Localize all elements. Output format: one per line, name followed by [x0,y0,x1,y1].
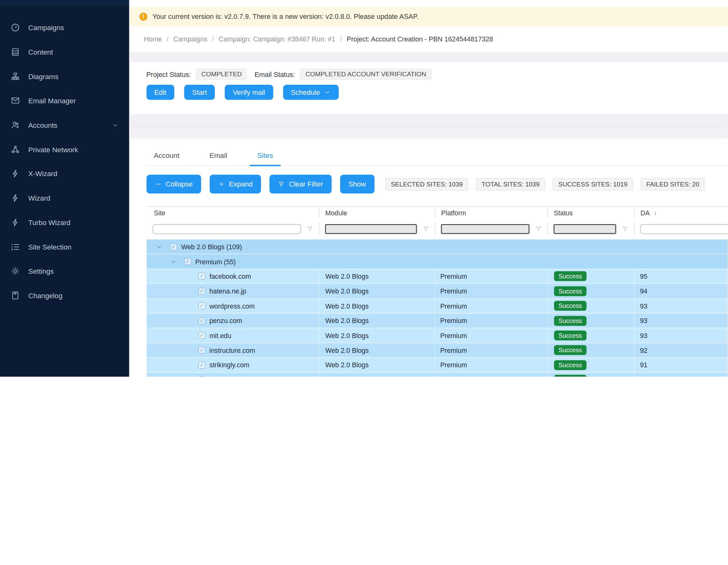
status-filter-select[interactable] [553,224,616,234]
site-row-wordpress-com[interactable]: ✓wordpress.comWeb 2.0 BlogsPremiumSucces… [146,298,728,313]
platform-cell[interactable]: Premium [435,269,547,284]
da-cell[interactable]: 90 [634,372,728,377]
status-cell[interactable]: Success [547,313,634,328]
platform-cell[interactable]: Premium [435,358,547,372]
status-cell[interactable]: Success [547,343,634,357]
site-row-hatena-ne-jp[interactable]: ✓hatena.ne.jpWeb 2.0 BlogsPremiumSuccess… [146,283,728,298]
sidebar-item-private-network[interactable]: Private Network [0,137,129,162]
schedule-button[interactable]: Schedule [283,85,339,100]
platform-cell[interactable]: Premium [435,299,547,313]
site-cell[interactable]: ✓penzu.com [146,313,319,328]
module-value: Web 2.0 Blogs [325,361,369,369]
group-row-web-2-0-blogs-109[interactable]: ✓Web 2.0 Blogs (109) [146,239,728,254]
module-cell[interactable]: Web 2.0 Blogs [319,313,435,328]
group-checkbox[interactable]: ✓ [184,258,191,265]
site-row-instructure-com[interactable]: ✓instructure.comWeb 2.0 BlogsPremiumSucc… [146,343,728,357]
site-cell[interactable]: ✓instructure.com [146,343,319,357]
module-cell[interactable]: Web 2.0 Blogs [319,372,435,377]
da-cell[interactable]: 93 [634,313,728,328]
group-tree-cell: ✓Web 2.0 Blogs (109) [146,240,728,254]
site-row-de-tl[interactable]: ✓de.tlWeb 2.0 BlogsPremiumSuccess90 [146,372,728,377]
site-checkbox[interactable]: ✓ [198,302,205,309]
site-cell[interactable]: ✓hatena.ne.jp [146,284,319,298]
da-cell[interactable]: 91 [634,358,728,372]
site-checkbox[interactable]: ✓ [198,287,205,295]
da-cell[interactable]: 93 [634,299,728,313]
sidebar-item-email-manager[interactable]: Email Manager [0,89,129,113]
breadcrumb-item[interactable]: Campaigns [173,35,207,43]
sidebar-item-settings[interactable]: Settings [0,259,129,283]
site-row-mit-edu[interactable]: ✓mit.eduWeb 2.0 BlogsPremiumSuccess93 [146,328,728,343]
da-filter-input[interactable] [640,224,728,234]
expander-chevron-down-icon[interactable] [170,258,177,265]
group-row-premium-55[interactable]: ✓Premium (55) [146,254,728,269]
verify-mail-button[interactable]: Verify mail [225,85,273,100]
site-checkbox[interactable]: ✓ [198,332,205,339]
start-button[interactable]: Start [184,85,215,100]
site-checkbox[interactable]: ✓ [198,317,205,324]
show-button[interactable]: Show [340,175,374,194]
site-cell[interactable]: ✓facebook.com [146,269,319,284]
da-cell[interactable]: 94 [634,284,728,298]
module-cell[interactable]: Web 2.0 Blogs [319,328,435,343]
site-cell[interactable]: ✓mit.edu [146,328,319,343]
module-cell[interactable]: Web 2.0 Blogs [319,343,435,357]
status-cell[interactable]: Success [547,358,634,372]
sidebar-item-content[interactable]: Content [0,40,129,64]
tab-sites[interactable]: Sites [250,151,280,166]
group-checkbox[interactable]: ✓ [170,243,177,251]
edit-button[interactable]: Edit [146,85,174,100]
clear-filter-button[interactable]: Clear Filter [269,175,331,194]
column-header-status[interactable]: Status [547,207,634,219]
column-header-da[interactable]: DA↓ [634,207,728,219]
platform-cell[interactable]: Premium [435,284,547,298]
site-row-strikingly-com[interactable]: ✓strikingly.comWeb 2.0 BlogsPremiumSucce… [146,357,728,372]
site-cell[interactable]: ✓wordpress.com [146,299,319,313]
tab-email[interactable]: Email [202,151,235,166]
status-cell[interactable]: Success [547,299,634,313]
column-header-site[interactable]: Site [146,207,319,219]
sidebar-item-accounts[interactable]: Accounts [0,113,129,138]
module-cell[interactable]: Web 2.0 Blogs [319,299,435,313]
breadcrumb-item[interactable]: Home [144,35,162,43]
breadcrumb-item[interactable]: Campaign: Campaign: #38467 Run: #1 [219,35,335,43]
site-cell[interactable]: ✓strikingly.com [146,358,319,372]
site-checkbox[interactable]: ✓ [198,361,205,369]
platform-filter-select[interactable] [441,224,529,234]
site-row-penzu-com[interactable]: ✓penzu.comWeb 2.0 BlogsPremiumSuccess93 [146,313,728,328]
column-header-module[interactable]: Module [319,207,435,219]
column-header-platform[interactable]: Platform [435,207,547,219]
site-row-facebook-com[interactable]: ✓facebook.comWeb 2.0 BlogsPremiumSuccess… [146,269,728,283]
collapse-button[interactable]: Collapse [146,175,201,194]
site-checkbox[interactable]: ✓ [198,273,205,280]
module-filter-select[interactable] [325,224,417,234]
tab-account[interactable]: Account [146,151,187,166]
status-cell[interactable]: Success [547,269,634,284]
da-cell[interactable]: 93 [634,328,728,343]
status-cell[interactable]: Success [547,284,634,298]
platform-cell[interactable]: Premium [435,313,547,328]
status-cell[interactable]: Success [547,372,634,377]
site-cell[interactable]: ✓de.tl [146,372,319,377]
platform-cell[interactable]: Premium [435,328,547,343]
da-cell[interactable]: 92 [634,343,728,357]
sidebar-item-diagrams[interactable]: Diagrams [0,64,129,89]
sidebar-item-site-selection[interactable]: Site Selection [0,235,129,259]
expand-button[interactable]: Expand [210,175,261,194]
platform-cell[interactable]: Premium [435,343,547,357]
expander-chevron-down-icon[interactable] [156,244,162,250]
module-cell[interactable]: Web 2.0 Blogs [319,284,435,298]
site-checkbox[interactable]: ✓ [198,347,205,354]
sidebar-item-turbo-wizard[interactable]: Turbo Wizard [0,210,129,235]
module-cell[interactable]: Web 2.0 Blogs [319,269,435,284]
sidebar-item-wizard[interactable]: Wizard [0,186,129,210]
status-cell[interactable]: Success [547,328,634,343]
sidebar-item-campaigns[interactable]: Campaigns [0,16,129,40]
da-cell[interactable]: 95 [634,269,728,284]
sidebar-item-changelog[interactable]: Changelog [0,283,129,307]
sidebar-item-x-wizard[interactable]: X-Wizard [0,162,129,186]
platform-cell[interactable]: Premium [435,372,547,377]
site-checkbox[interactable]: ✓ [198,376,205,377]
module-cell[interactable]: Web 2.0 Blogs [319,358,435,372]
site-filter-input[interactable] [152,224,301,234]
